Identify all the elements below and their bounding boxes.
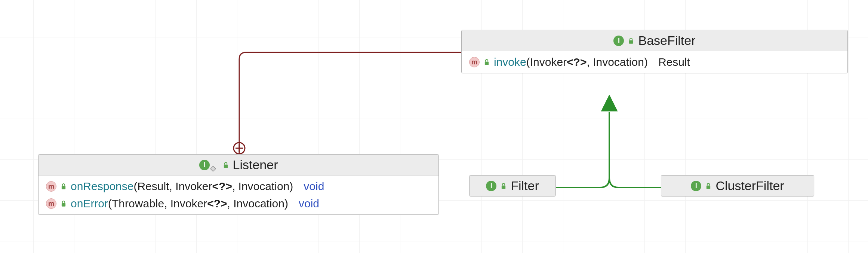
method-params: (Invoker<?>, Invocation): [526, 56, 648, 68]
generalization-arrowhead: [602, 96, 617, 111]
method-params: (Throwable, Invoker<?>, Invocation): [108, 197, 288, 210]
svg-rect-7: [707, 185, 710, 189]
method-icon: m: [469, 57, 480, 67]
class-title: Listener: [233, 158, 278, 172]
class-header: I BaseFilter: [462, 30, 847, 51]
diagram-canvas[interactable]: I Listener m onResponse(Result, Invoker<…: [0, 0, 868, 253]
lock-icon: [483, 59, 490, 65]
svg-rect-1: [224, 164, 227, 168]
svg-rect-4: [629, 40, 633, 43]
svg-rect-2: [62, 186, 65, 189]
class-node-filter[interactable]: I Filter: [469, 175, 556, 196]
class-body: m invoke(Invoker<?>, Invocation) Result: [462, 51, 847, 73]
class-node-basefilter[interactable]: I BaseFilter m invoke(Invoker<?>, Invoca…: [461, 30, 848, 73]
method-return: Result: [658, 56, 690, 68]
interface-icon: I: [486, 181, 496, 191]
lock-icon: [500, 183, 507, 189]
svg-rect-5: [485, 62, 489, 65]
svg-rect-6: [502, 185, 505, 189]
interface-icon: I: [691, 181, 701, 191]
method-return: void: [304, 180, 324, 193]
method-row[interactable]: m invoke(Invoker<?>, Invocation) Result: [462, 54, 847, 71]
method-icon: m: [46, 181, 56, 192]
lock-icon: [60, 183, 67, 190]
static-diamond-icon: [210, 166, 216, 171]
interface-icon: I: [199, 160, 210, 170]
class-node-listener[interactable]: I Listener m onResponse(Result, Invoker<…: [38, 154, 439, 215]
svg-marker-0: [210, 166, 216, 171]
class-title: ClusterFilter: [715, 179, 784, 193]
class-node-clusterfilter[interactable]: I ClusterFilter: [661, 175, 814, 196]
edge-filter-to-basefilter: [556, 112, 609, 188]
method-row[interactable]: m onResponse(Result, Invoker<?>, Invocat…: [39, 178, 438, 195]
class-title: BaseFilter: [638, 33, 695, 48]
class-title: Filter: [511, 179, 539, 193]
method-name: onResponse: [71, 180, 133, 192]
method-row[interactable]: m onError(Throwable, Invoker<?>, Invocat…: [39, 195, 438, 212]
lock-icon: [705, 183, 712, 189]
inner-class-anchor-icon: [234, 143, 245, 154]
method-name: onError: [71, 197, 108, 210]
class-header: I Listener: [39, 155, 438, 176]
lock-icon: [222, 162, 229, 168]
lock-icon: [628, 37, 634, 44]
class-header: I Filter: [470, 176, 555, 196]
method-icon: m: [46, 198, 56, 209]
edge-inner-class: [239, 52, 461, 154]
edge-clusterfilter-to-basefilter: [609, 112, 661, 188]
class-body: m onResponse(Result, Invoker<?>, Invocat…: [39, 176, 438, 214]
method-params: (Result, Invoker<?>, Invocation): [133, 180, 293, 192]
interface-icon: I: [613, 36, 624, 46]
method-return: void: [299, 197, 319, 210]
method-name: invoke: [494, 56, 526, 68]
svg-rect-3: [62, 203, 65, 207]
class-header: I ClusterFilter: [661, 176, 814, 196]
lock-icon: [60, 200, 67, 207]
